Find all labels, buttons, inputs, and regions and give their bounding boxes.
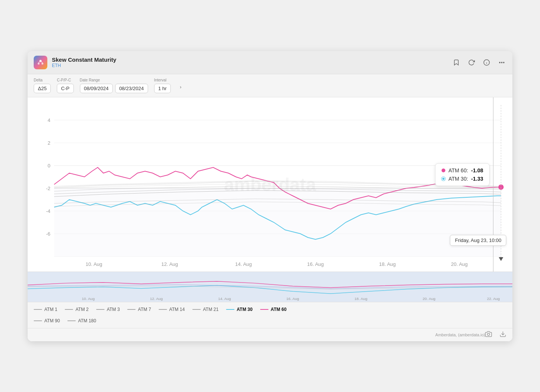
svg-text:12. Aug: 12. Aug <box>150 297 163 301</box>
date-end-input[interactable]: 08/23/2024 <box>115 84 148 93</box>
page-title: Skew Constant Maturity <box>52 56 116 63</box>
date-tooltip: Friday, Aug 23, 10:00 <box>450 235 506 246</box>
svg-text:-4: -4 <box>46 208 50 214</box>
svg-text:10. Aug: 10. Aug <box>86 261 102 267</box>
main-chart[interactable]: amberdata 4 2 0 -2 - <box>28 97 512 272</box>
svg-text:18. Aug: 18. Aug <box>379 261 396 267</box>
mini-chart[interactable]: 10. Aug 12. Aug 14. Aug 16. Aug 18. Aug … <box>28 272 512 302</box>
controls-bar: Delta Δ25 C-P/P-C C-P Date Range 08/09/2… <box>28 74 512 97</box>
svg-text:4: 4 <box>48 117 50 123</box>
legend-atm2-label: ATM 2 <box>75 307 88 312</box>
legend-atm60[interactable]: ATM 60 <box>260 307 287 312</box>
legend-atm90[interactable]: ATM 90 <box>34 318 60 323</box>
legend-atm14-label: ATM 14 <box>169 307 185 312</box>
svg-text:2: 2 <box>48 140 50 146</box>
legend-atm21-label: ATM 21 <box>203 307 218 312</box>
svg-point-45 <box>487 333 490 335</box>
legend-atm180[interactable]: ATM 180 <box>67 318 96 323</box>
legend-atm180-line <box>67 320 76 321</box>
legend-atm1-label: ATM 1 <box>44 307 57 312</box>
svg-rect-32 <box>54 188 501 256</box>
svg-text:18. Aug: 18. Aug <box>354 297 367 301</box>
refresh-button[interactable] <box>467 58 476 67</box>
svg-point-1 <box>38 62 40 64</box>
footer-actions <box>485 331 506 339</box>
app-window: Skew Constant Maturity ETH <box>28 51 512 341</box>
legend-atm14-line <box>159 309 167 310</box>
interval-label: Interval <box>154 78 171 82</box>
camera-button[interactable] <box>485 331 492 339</box>
footer-bar: Amberdata, (amberdata.io) <box>28 328 512 341</box>
interval-selector[interactable]: 1 hr <box>154 84 171 93</box>
atm30-tooltip-dot <box>442 177 445 181</box>
svg-point-10 <box>503 62 504 62</box>
app-icon <box>34 56 47 69</box>
legend-atm90-label: ATM 90 <box>44 318 60 323</box>
legend-atm2-line <box>65 309 73 310</box>
delta-label: Delta <box>34 78 51 82</box>
svg-text:20. Aug: 20. Aug <box>451 261 468 267</box>
svg-point-8 <box>499 62 500 62</box>
legend-atm60-label: ATM 60 <box>271 307 287 312</box>
footer-credit: Amberdata, (amberdata.io) <box>435 333 485 337</box>
legend-atm14[interactable]: ATM 14 <box>159 307 185 312</box>
atm60-tooltip-value: -1.08 <box>471 167 483 173</box>
svg-text:10. Aug: 10. Aug <box>82 297 95 301</box>
page-subtitle: ETH <box>52 63 116 68</box>
svg-text:14. Aug: 14. Aug <box>235 261 252 267</box>
legend-atm21[interactable]: ATM 21 <box>192 307 218 312</box>
titlebar-right <box>452 58 506 67</box>
bookmark-button[interactable] <box>452 58 461 67</box>
legend-atm3[interactable]: ATM 3 <box>96 307 120 312</box>
legend-atm60-line <box>260 309 268 310</box>
legend-atm7-label: ATM 7 <box>138 307 151 312</box>
date-range-label: Date Range <box>80 78 148 82</box>
delta-control: Delta Δ25 <box>34 78 51 93</box>
svg-text:0: 0 <box>48 163 50 169</box>
atm30-tooltip-value: -1.33 <box>471 176 483 182</box>
more-button[interactable] <box>497 58 506 67</box>
atm60-tooltip-row: ATM 60: -1.08 <box>442 167 483 173</box>
expand-button[interactable]: › <box>177 83 184 91</box>
info-button[interactable] <box>482 58 491 67</box>
svg-point-9 <box>501 62 502 62</box>
delta-selector[interactable]: Δ25 <box>34 84 51 93</box>
svg-text:20. Aug: 20. Aug <box>423 297 435 301</box>
atm30-tooltip-label: ATM 30: <box>448 176 468 182</box>
legend-atm30[interactable]: ATM 30 <box>226 307 253 312</box>
cp-label: C-P/P-C <box>57 78 73 82</box>
legend-atm30-label: ATM 30 <box>237 307 253 312</box>
date-start-input[interactable]: 08/09/2024 <box>80 84 113 93</box>
svg-text:-2: -2 <box>46 186 50 191</box>
svg-line-3 <box>39 62 39 63</box>
cp-control: C-P/P-C C-P <box>57 78 73 93</box>
atm60-tooltip-label: ATM 60: <box>448 167 468 173</box>
svg-text:16. Aug: 16. Aug <box>307 261 324 267</box>
legend: ATM 1 ATM 2 ATM 3 ATM 7 ATM 14 ATM 21 <box>28 302 512 328</box>
titlebar: Skew Constant Maturity ETH <box>28 51 512 74</box>
legend-atm2[interactable]: ATM 2 <box>65 307 88 312</box>
svg-text:14. Aug: 14. Aug <box>218 297 231 301</box>
date-range-control: Date Range 08/09/2024 08/23/2024 <box>80 78 148 93</box>
svg-line-4 <box>42 62 42 63</box>
atm60-tooltip-dot <box>442 169 445 172</box>
download-button[interactable] <box>499 331 506 339</box>
legend-atm7-line <box>127 309 136 310</box>
svg-text:12. Aug: 12. Aug <box>161 261 178 267</box>
svg-text:22. Aug: 22. Aug <box>487 297 500 301</box>
svg-text:16. Aug: 16. Aug <box>286 297 299 301</box>
legend-atm90-line <box>34 320 42 321</box>
legend-atm7[interactable]: ATM 7 <box>127 307 151 312</box>
interval-control: Interval 1 hr <box>154 78 171 93</box>
chart-area: amberdata 4 2 0 -2 - <box>28 97 512 341</box>
svg-text:-6: -6 <box>46 231 50 237</box>
legend-atm30-line <box>226 309 234 310</box>
legend-atm3-label: ATM 3 <box>107 307 120 312</box>
svg-point-2 <box>42 62 44 64</box>
cp-selector[interactable]: C-P <box>57 84 73 93</box>
legend-atm180-label: ATM 180 <box>78 318 96 323</box>
legend-atm1[interactable]: ATM 1 <box>34 307 57 312</box>
titlebar-left: Skew Constant Maturity ETH <box>34 56 116 69</box>
atm30-tooltip-row: ATM 30: -1.33 <box>442 176 483 182</box>
chart-tooltip: ATM 60: -1.08 ATM 30: -1.33 <box>435 163 490 186</box>
